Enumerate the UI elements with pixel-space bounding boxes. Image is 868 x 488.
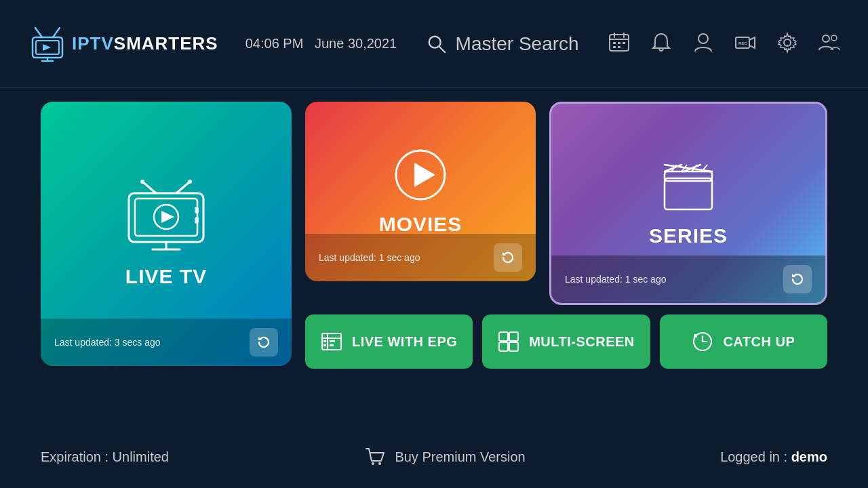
catch-up-button[interactable]: CATCH UP <box>660 314 827 369</box>
datetime: 04:06 PM June 30,2021 <box>245 36 397 52</box>
svg-line-25 <box>142 182 156 193</box>
expiration-text: Expiration : Unlimited <box>41 449 169 465</box>
logo-icon <box>27 25 68 62</box>
svg-rect-58 <box>499 332 508 341</box>
svg-rect-57 <box>330 344 334 346</box>
cards-row: LIVE TV Last updated: 3 secs ago <box>41 102 827 369</box>
svg-rect-54 <box>323 340 326 342</box>
svg-rect-59 <box>509 332 518 341</box>
svg-rect-34 <box>195 217 199 224</box>
schedule-icon-button[interactable] <box>608 31 631 57</box>
series-clapper-icon <box>658 159 719 214</box>
notification-icon-button[interactable] <box>650 31 673 57</box>
svg-line-0 <box>35 28 42 37</box>
buy-premium-label: Buy Premium Version <box>395 449 525 465</box>
cart-icon <box>363 446 385 468</box>
multiscreen-icon <box>498 331 519 352</box>
svg-rect-41 <box>665 178 712 209</box>
series-title: SERIES <box>649 224 728 247</box>
svg-rect-13 <box>623 42 625 44</box>
movies-refresh-button[interactable] <box>494 243 522 272</box>
svg-marker-4 <box>43 44 51 51</box>
svg-point-64 <box>378 462 381 465</box>
svg-point-18 <box>698 34 708 43</box>
movies-updated: Last updated: 1 sec ago <box>319 252 420 263</box>
svg-rect-14 <box>613 46 616 48</box>
series-refresh-button[interactable] <box>783 265 812 293</box>
epg-icon <box>321 331 342 352</box>
multi-user-icon-button[interactable] <box>818 31 841 57</box>
rec-icon-button[interactable]: REC <box>734 31 757 57</box>
series-bottom: Last updated: 1 sec ago <box>551 256 825 303</box>
live-tv-refresh-button[interactable] <box>250 328 278 357</box>
svg-text:REC: REC <box>738 41 747 45</box>
buy-premium-button[interactable]: Buy Premium Version <box>169 446 720 468</box>
right-column: MOVIES Last updated: 1 sec ago <box>305 102 827 369</box>
series-card[interactable]: SERIES Last updated: 1 sec ago <box>549 102 827 305</box>
svg-line-26 <box>176 182 190 193</box>
catchup-label: CATCH UP <box>723 334 795 350</box>
svg-rect-55 <box>323 344 326 346</box>
logged-in-user: demo <box>791 449 827 464</box>
top-cards: MOVIES Last updated: 1 sec ago <box>305 102 827 305</box>
svg-rect-42 <box>665 171 712 181</box>
refresh-icon <box>500 250 515 265</box>
settings-icon-button[interactable] <box>776 31 799 57</box>
svg-rect-12 <box>618 42 620 44</box>
movies-title: MOVIES <box>379 213 462 236</box>
movies-card[interactable]: MOVIES Last updated: 1 sec ago <box>305 102 536 281</box>
header: IPTVSMARTERS 04:06 PM June 30,2021 Maste… <box>0 0 868 88</box>
svg-line-8 <box>439 46 444 52</box>
multiscreen-label: MULTI-SCREEN <box>529 334 635 350</box>
svg-point-63 <box>372 462 374 465</box>
logo-area: IPTVSMARTERS <box>27 25 218 62</box>
svg-marker-20 <box>749 37 755 48</box>
small-buttons-row: LIVE WITH EPG MULTI-SCREEN <box>305 314 827 369</box>
svg-point-27 <box>140 180 144 184</box>
svg-point-22 <box>784 39 791 46</box>
refresh-icon <box>256 335 271 350</box>
live-tv-card[interactable]: LIVE TV Last updated: 3 secs ago <box>41 102 292 366</box>
main-content: LIVE TV Last updated: 3 secs ago <box>0 88 868 369</box>
svg-rect-33 <box>195 207 199 214</box>
svg-marker-39 <box>414 163 435 187</box>
live-tv-icon <box>119 180 214 254</box>
svg-point-24 <box>831 35 837 41</box>
master-search-button[interactable]: Master Search <box>426 33 579 55</box>
live-tv-updated: Last updated: 3 secs ago <box>54 337 160 348</box>
logged-in-text: Logged in : demo <box>720 449 827 465</box>
refresh-icon <box>790 272 805 287</box>
series-updated: Last updated: 1 sec ago <box>565 274 666 285</box>
svg-line-1 <box>53 28 60 37</box>
header-icons: REC <box>608 31 841 57</box>
svg-rect-15 <box>618 46 620 48</box>
search-icon <box>426 33 448 55</box>
epg-label: LIVE WITH EPG <box>352 334 457 350</box>
svg-rect-11 <box>613 42 616 44</box>
footer: Expiration : Unlimited Buy Premium Versi… <box>0 446 868 468</box>
logo-text: IPTVSMARTERS <box>72 33 218 54</box>
svg-marker-32 <box>161 211 174 223</box>
live-tv-title: LIVE TV <box>125 265 207 288</box>
movies-bottom: Last updated: 1 sec ago <box>305 234 536 281</box>
user-icon-button[interactable] <box>692 31 715 57</box>
live-with-epg-button[interactable]: LIVE WITH EPG <box>305 314 473 369</box>
catchup-icon <box>692 331 713 352</box>
search-label: Master Search <box>456 33 579 55</box>
live-tv-bottom: Last updated: 3 secs ago <box>41 319 292 366</box>
svg-rect-60 <box>499 342 508 351</box>
svg-rect-61 <box>509 342 518 351</box>
svg-rect-56 <box>330 340 335 342</box>
multi-screen-button[interactable]: MULTI-SCREEN <box>482 314 650 369</box>
movies-play-icon <box>393 148 448 202</box>
svg-point-28 <box>188 180 192 184</box>
header-center: Master Search <box>397 33 608 55</box>
svg-point-23 <box>823 35 829 42</box>
